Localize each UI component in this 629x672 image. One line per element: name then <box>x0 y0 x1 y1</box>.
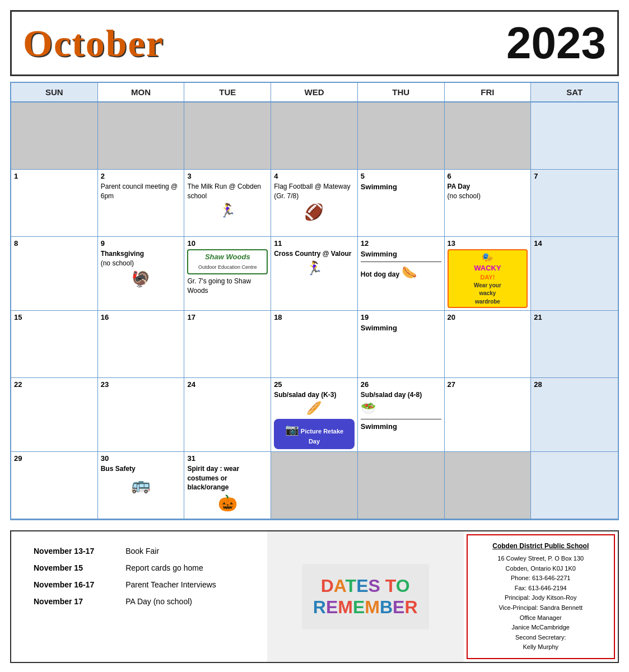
camera-icon: 📷 <box>285 423 299 436</box>
cal-day-12: 12 Swimming Hot dog day 🌭 <box>358 237 445 311</box>
header-thu: THU <box>358 83 445 101</box>
bus-icon: 🚌 <box>101 474 181 496</box>
dates-table: November 13-17 Book Fair November 15 Rep… <box>28 543 250 610</box>
cal-day-15: 15 <box>11 311 98 378</box>
header-mon: MON <box>98 83 185 101</box>
event-label: Report cards go home <box>120 559 250 576</box>
shaw-woods-logo: Shaw Woods Outdoor Education Centre <box>187 249 268 274</box>
calendar-body: 1 2 Parent council meeting @ 6pm 3 The M… <box>11 102 618 519</box>
cal-day-30: 30 Bus Safety 🚌 <box>98 452 185 519</box>
cal-day-14: 14 <box>531 237 618 311</box>
cal-day-3: 3 The Milk Run @ Cobden school 🏃‍♀️ <box>184 170 271 237</box>
date-label: November 15 <box>28 559 120 576</box>
date-label: November 13-17 <box>28 543 120 559</box>
header-tue: TUE <box>184 83 271 101</box>
table-row: November 13-17 Book Fair <box>28 543 250 559</box>
cal-day-5: 5 Swimming <box>358 170 445 237</box>
table-row: November 16-17 Parent Teacher Interviews <box>28 576 250 593</box>
school-address: 16 Cowley Street, P. O Box 130 <box>476 554 605 564</box>
hotdog-icon: 🌭 <box>402 265 417 279</box>
table-row: November 17 PA Day (no school) <box>28 593 250 610</box>
cal-cell-empty <box>531 102 618 170</box>
month-title: October <box>23 21 164 66</box>
turkey-icon: 🦃 <box>101 268 181 290</box>
cal-day-22: 22 <box>11 378 98 452</box>
cal-day-21: 21 <box>531 311 618 378</box>
cal-cell-empty <box>271 452 358 519</box>
header-fri: FRI <box>445 83 532 101</box>
school-phone: Phone: 613-646-2271 <box>476 573 605 584</box>
cal-cell-empty <box>271 102 358 170</box>
cal-day-28: 28 <box>531 378 618 452</box>
cross-country-icon: 🏃‍♀️ <box>274 259 355 278</box>
cal-day-18: 18 <box>271 311 358 378</box>
cal-cell-empty <box>531 452 618 519</box>
cal-day-17: 17 <box>184 311 271 378</box>
cal-day-4: 4 Flag Football @ Mateway (Gr. 7/8) 🏈 <box>271 170 358 237</box>
event-label: Book Fair <box>120 543 250 559</box>
school-second-secretary: Second Secretary: <box>476 633 605 643</box>
divider <box>361 419 441 419</box>
school-principal: Principal: Jody Kitson-Roy <box>476 593 605 603</box>
cal-day-26: 26 Sub/salad day (4-8) 🥗 Swimming <box>358 378 445 452</box>
event-label: PA Day (no school) <box>120 593 250 610</box>
picture-retake-box: 📷 Picture Retake Day <box>274 419 355 449</box>
table-row: November 15 Report cards go home <box>28 559 250 576</box>
school-vice-principal: Vice-Principal: Sandra Bennett <box>476 603 605 613</box>
upcoming-dates: November 13-17 Book Fair November 15 Rep… <box>11 531 267 662</box>
cal-day-7: 7 <box>531 170 618 237</box>
footer: November 13-17 Book Fair November 15 Rep… <box>10 530 619 663</box>
football-icon: 🏈 <box>274 201 355 223</box>
wacky-wardrobe-box: 🎭 WACKY DAY! Wear yourwackywardrobe <box>448 249 528 308</box>
event-label: Parent Teacher Interviews <box>120 576 250 593</box>
header-sat: SAT <box>531 83 618 101</box>
cal-day-31: 31 Spirit day : wear costumes or black/o… <box>184 452 271 519</box>
cal-day-16: 16 <box>98 311 185 378</box>
cal-cell-empty <box>445 102 532 170</box>
cal-day-2: 2 Parent council meeting @ 6pm <box>98 170 185 237</box>
cal-day-8: 8 <box>11 237 98 311</box>
cal-day-27: 27 <box>445 378 532 452</box>
cal-day-25: 25 Sub/salad day (K-3) 🥖 📷 Picture Retak… <box>271 378 358 452</box>
salad-icon: 🥗 <box>361 401 376 415</box>
date-label: November 17 <box>28 593 120 610</box>
header-wed: WED <box>271 83 358 101</box>
cal-cell-empty <box>358 452 445 519</box>
cal-cell-empty <box>11 102 98 170</box>
header-sun: SUN <box>11 83 98 101</box>
school-name: Cobden District Public School <box>476 541 605 552</box>
cal-cell-empty <box>98 102 185 170</box>
calendar-header: October 2023 <box>10 10 619 76</box>
dates-to-remember-title: DATES TO REMEMBER <box>313 575 418 618</box>
cal-day-23: 23 <box>98 378 185 452</box>
cal-day-24: 24 <box>184 378 271 452</box>
school-office-manager-name: Janice McCambridge <box>476 623 605 633</box>
runner-icon: 🏃‍♀️ <box>187 201 268 220</box>
cal-day-11: 11 Cross Country @ Valour 🏃‍♀️ <box>271 237 358 311</box>
school-second-secretary-name: Kelly Murphy <box>476 642 605 652</box>
calendar: SUN MON TUE WED THU FRI SAT 1 2 Parent c… <box>10 82 619 520</box>
cal-day-19: 19 Swimming <box>358 311 445 378</box>
cal-day-1: 1 <box>11 170 98 237</box>
cal-day-6: 6 PA Day (no school) <box>445 170 532 237</box>
sub-icon: 🥖 <box>274 400 355 417</box>
divider <box>361 262 441 262</box>
cal-cell-empty <box>184 102 271 170</box>
year-title: 2023 <box>506 17 606 69</box>
cal-cell-empty <box>445 452 532 519</box>
dates-to-remember-section: DATES TO REMEMBER <box>267 531 464 662</box>
cal-day-29: 29 <box>11 452 98 519</box>
cal-day-20: 20 <box>445 311 532 378</box>
date-label: November 16-17 <box>28 576 120 593</box>
school-info: Cobden District Public School 16 Cowley … <box>467 534 615 659</box>
school-office-manager: Office Manager <box>476 613 605 623</box>
school-city: Cobden, Ontario K0J 1K0 <box>476 564 605 574</box>
school-fax: Fax: 613-646-2194 <box>476 584 605 594</box>
pumpkin-icon: 🎃 <box>187 492 268 514</box>
cal-day-9: 9 Thanksgiving (no school) 🦃 <box>98 237 185 311</box>
cal-cell-empty <box>358 102 445 170</box>
cal-day-10: 10 Shaw Woods Outdoor Education Centre G… <box>184 237 271 311</box>
calendar-day-headers: SUN MON TUE WED THU FRI SAT <box>11 83 618 102</box>
cal-day-13: 13 🎭 WACKY DAY! Wear yourwackywardrobe <box>445 237 532 311</box>
